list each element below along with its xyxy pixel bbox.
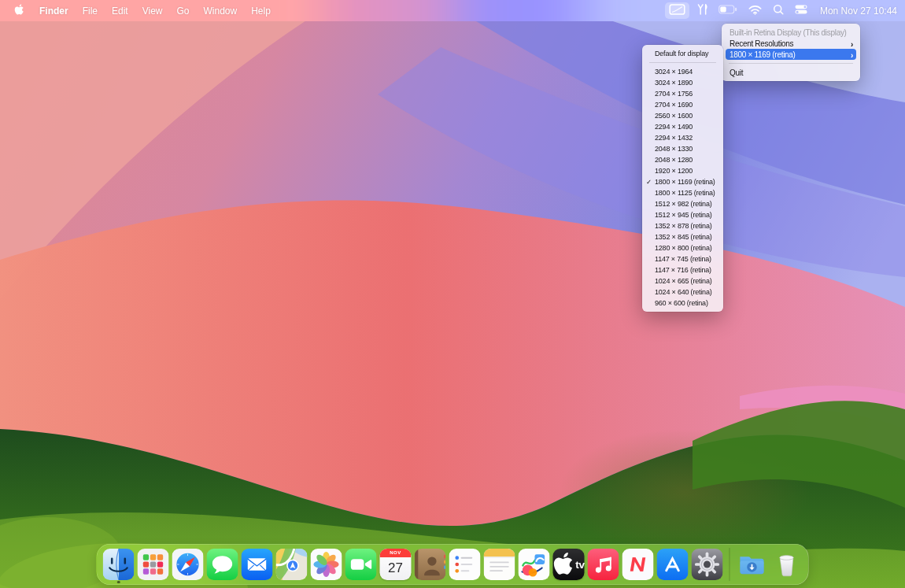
menu-item-builtin-display: Built-in Retina Display (This display) bbox=[726, 27, 856, 38]
dock-messages[interactable] bbox=[207, 549, 238, 580]
launchpad-icon bbox=[138, 549, 169, 580]
wifi-menu-extra[interactable] bbox=[743, 0, 767, 21]
submenu-item-resolution[interactable]: 1352 × 878 (retina) bbox=[645, 220, 720, 231]
dock-trash[interactable] bbox=[771, 549, 803, 580]
dock: NOV 27 bbox=[97, 544, 809, 585]
display-icon bbox=[669, 3, 685, 18]
submenu-item-resolution[interactable]: 1920 × 1200 bbox=[645, 165, 720, 176]
dock-notes[interactable] bbox=[484, 549, 515, 580]
submenu-item-resolution[interactable]: 3024 × 1890 bbox=[645, 77, 720, 88]
finder-icon bbox=[103, 549, 135, 580]
submenu-item-resolution[interactable]: 1512 × 982 (retina) bbox=[645, 198, 720, 209]
maps-icon bbox=[276, 549, 308, 580]
submenu-item-resolution[interactable]: 2048 × 1280 bbox=[645, 154, 720, 165]
dock-safari[interactable] bbox=[172, 549, 204, 580]
settings-gear-icon bbox=[692, 549, 723, 580]
utensils-menu-extra[interactable] bbox=[692, 0, 713, 21]
tv-label: tv bbox=[575, 559, 584, 571]
menu-item-quit[interactable]: Quit bbox=[726, 67, 856, 78]
reminders-icon bbox=[449, 549, 481, 580]
menu-go[interactable]: Go bbox=[170, 0, 197, 21]
utensils-icon bbox=[697, 3, 707, 18]
calendar-month: NOV bbox=[390, 550, 401, 555]
control-center-menu-extra[interactable] bbox=[789, 0, 813, 21]
submenu-item-resolution[interactable]: 1024 × 665 (retina) bbox=[645, 276, 720, 287]
submenu-item-resolution[interactable]: 1280 × 800 (retina) bbox=[645, 242, 720, 253]
calendar-month-strip: NOV bbox=[380, 549, 412, 557]
submenu-item-resolution[interactable]: 1800 × 1125 (retina) bbox=[645, 187, 720, 198]
dock-downloads-folder[interactable] bbox=[737, 549, 768, 580]
menu-window[interactable]: Window bbox=[197, 0, 245, 21]
menu-bar-status: Mon Nov 27 10:44 bbox=[663, 0, 905, 21]
submenu-item-resolution[interactable]: 2294 × 1490 bbox=[645, 121, 720, 132]
submenu-item-resolution[interactable]: 2294 × 1432 bbox=[645, 132, 720, 143]
dock-music[interactable] bbox=[588, 549, 619, 580]
menu-bar-left: Finder File Edit View Go Window Help bbox=[0, 0, 278, 21]
wifi-icon bbox=[748, 5, 762, 17]
dock-facetime[interactable] bbox=[345, 549, 377, 580]
menu-item-label: 1800 × 1169 (retina) bbox=[730, 50, 796, 59]
submenu-item-resolution-checked[interactable]: ✓ 1800 × 1169 (retina) bbox=[645, 176, 720, 187]
dock-mail[interactable] bbox=[242, 549, 273, 580]
submenu-item-resolution[interactable]: 2704 × 1690 bbox=[645, 99, 720, 110]
submenu-item-resolution[interactable]: 2560 × 1600 bbox=[645, 110, 720, 121]
submenu-item-resolution[interactable]: 960 × 600 (retina) bbox=[645, 298, 720, 309]
mail-icon bbox=[242, 549, 273, 580]
submenu-item-resolution[interactable]: 2048 × 1330 bbox=[645, 143, 720, 154]
battery-menu-extra[interactable] bbox=[713, 0, 743, 21]
dock-launchpad[interactable] bbox=[138, 549, 169, 580]
dock-finder[interactable] bbox=[103, 549, 135, 580]
app-menu-finder[interactable]: Finder bbox=[32, 0, 76, 21]
menu-bar: Finder File Edit View Go Window Help bbox=[0, 0, 905, 21]
menu-view[interactable]: View bbox=[135, 0, 170, 21]
menu-item-recent-resolutions[interactable]: Recent Resolutions › bbox=[726, 38, 856, 49]
contacts-icon bbox=[415, 549, 446, 580]
menu-bar-clock[interactable]: Mon Nov 27 10:44 bbox=[813, 0, 899, 21]
dock-reminders[interactable] bbox=[449, 549, 481, 580]
submenu-item-label: 1800 × 1169 (retina) bbox=[655, 178, 715, 186]
submenu-item-resolution[interactable]: 1024 × 640 (retina) bbox=[645, 287, 720, 298]
dock-app-store[interactable] bbox=[657, 549, 689, 580]
dock-calendar[interactable]: NOV 27 bbox=[380, 549, 412, 580]
submenu-item-default[interactable]: Default for display bbox=[645, 48, 720, 59]
dock-photos[interactable] bbox=[311, 549, 342, 580]
menu-separator bbox=[649, 62, 716, 63]
dock-news[interactable] bbox=[622, 549, 654, 580]
downloads-folder-icon bbox=[737, 549, 768, 580]
menu-edit[interactable]: Edit bbox=[105, 0, 135, 21]
dock-system-settings[interactable] bbox=[692, 549, 723, 580]
search-icon bbox=[773, 4, 784, 17]
notes-icon bbox=[484, 549, 515, 580]
battery-icon bbox=[718, 5, 737, 17]
freeform-icon bbox=[519, 549, 550, 580]
news-icon bbox=[622, 549, 654, 580]
resolutions-submenu: Default for display 3024 × 1964 3024 × 1… bbox=[642, 45, 723, 312]
spotlight-menu-extra[interactable] bbox=[767, 0, 789, 21]
submenu-item-resolution[interactable]: 1147 × 716 (retina) bbox=[645, 264, 720, 276]
display-resolution-menu: Built-in Retina Display (This display) R… bbox=[722, 24, 860, 81]
submenu-item-resolution[interactable]: 2704 × 1756 bbox=[645, 88, 720, 99]
submenu-item-resolution[interactable]: 1352 × 845 (retina) bbox=[645, 231, 720, 242]
music-icon bbox=[588, 549, 619, 580]
submenu-item-resolution[interactable]: 3024 × 1964 bbox=[645, 66, 720, 77]
menu-help[interactable]: Help bbox=[244, 0, 278, 21]
submenu-item-resolution[interactable]: 1512 × 945 (retina) bbox=[645, 209, 720, 220]
menu-file[interactable]: File bbox=[76, 0, 105, 21]
display-resolution-menu-extra[interactable] bbox=[665, 2, 689, 19]
safari-icon bbox=[172, 549, 204, 580]
photos-icon bbox=[311, 549, 342, 580]
messages-icon bbox=[207, 549, 238, 580]
app-store-icon bbox=[657, 549, 689, 580]
desktop: Finder File Edit View Go Window Help bbox=[0, 0, 905, 588]
control-center-icon bbox=[795, 5, 807, 17]
trash-icon bbox=[771, 549, 803, 580]
dock-maps[interactable] bbox=[276, 549, 308, 580]
dock-contacts[interactable] bbox=[415, 549, 446, 580]
apple-menu[interactable] bbox=[9, 0, 32, 21]
dock-freeform[interactable] bbox=[519, 549, 550, 580]
menu-item-current-resolution[interactable]: 1800 × 1169 (retina) › bbox=[726, 49, 856, 60]
dock-tv[interactable]: tv bbox=[553, 549, 585, 580]
running-indicator-dot bbox=[117, 581, 120, 584]
submenu-item-resolution[interactable]: 1147 × 745 (retina) bbox=[645, 253, 720, 264]
apple-logo-icon bbox=[14, 4, 24, 18]
